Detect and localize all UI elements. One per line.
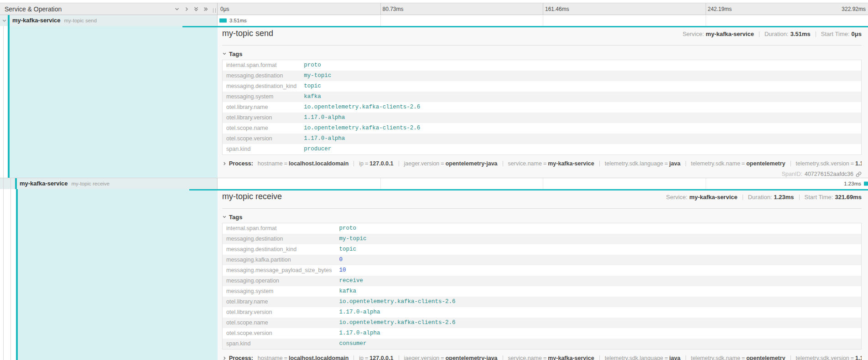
tag-key: messaging.message_payload_size_bytes xyxy=(223,265,336,276)
process-value: opentelemetry-java xyxy=(446,355,498,360)
chevron-down-icon[interactable] xyxy=(1,15,7,26)
process-key: telemetry.sdk.name xyxy=(691,160,740,167)
tag-key: otel.library.version xyxy=(223,307,336,318)
selected-span-accent xyxy=(8,26,218,178)
tag-row: messaging.system kafka xyxy=(223,286,862,297)
span-row-receive[interactable]: my-kafka-service my-topic receive 1.23ms xyxy=(0,178,868,189)
separator xyxy=(686,161,686,166)
tag-key: otel.library.name xyxy=(223,297,336,307)
axis-tick: 80.73ms xyxy=(383,6,404,12)
span-name-cell[interactable]: my-kafka-service my-topic send xyxy=(0,15,218,26)
equals-sign: = xyxy=(665,355,668,360)
indent-guide xyxy=(4,178,11,189)
tag-value: consumer xyxy=(335,339,861,350)
double-chevron-right-icon[interactable] xyxy=(203,6,209,12)
tag-key: span.kind xyxy=(223,339,336,350)
time-axis[interactable]: 0μs 80.73ms 161.46ms 242.19ms 322.92ms xyxy=(218,3,868,15)
separator xyxy=(353,161,354,166)
separator xyxy=(816,31,816,37)
tag-value: io.opentelemetry.kafka-clients-2.6 xyxy=(300,123,861,134)
separator xyxy=(599,355,600,360)
tag-key: messaging.operation xyxy=(223,276,336,286)
detail-accent-border xyxy=(182,26,868,27)
indent-guide xyxy=(0,26,4,178)
process-accordion-header[interactable]: Process: hostname=localhost.localdomaini… xyxy=(222,353,862,360)
tag-key: otel.scope.version xyxy=(223,134,301,144)
equals-sign: = xyxy=(742,160,745,167)
process-value: my-kafka-service xyxy=(548,355,594,360)
timeline-header: Service & Operation 0μs xyxy=(0,3,868,15)
chevron-down-icon xyxy=(222,51,227,56)
tags-accordion-header[interactable]: Tags xyxy=(222,212,862,222)
meta-label: Duration: xyxy=(764,31,789,37)
tag-value: io.opentelemetry.kafka-clients-2.6 xyxy=(335,318,861,328)
equals-sign: = xyxy=(365,355,368,360)
meta-value: 321.69ms xyxy=(835,194,862,201)
separator xyxy=(353,355,354,360)
span-id-value: 407276152aafdc36 xyxy=(805,171,853,177)
tag-value: 1.17.0-alpha xyxy=(300,134,861,144)
axis-tick: 322.92ms xyxy=(842,6,866,12)
chevron-right-icon[interactable] xyxy=(183,6,190,12)
tag-value: proto xyxy=(300,60,861,71)
tag-key: messaging.destination xyxy=(223,234,336,244)
equals-sign: = xyxy=(441,355,444,360)
tag-row: otel.scope.name io.opentelemetry.kafka-c… xyxy=(223,318,862,328)
span-duration-label: 1.23ms xyxy=(844,181,861,186)
process-pairs: hostname=localhost.localdomainip=127.0.0… xyxy=(258,160,862,167)
chevron-down-icon[interactable] xyxy=(174,6,180,12)
tag-value: kafka xyxy=(335,286,861,297)
indent-spacer xyxy=(11,189,16,360)
double-chevron-down-icon[interactable] xyxy=(193,6,199,12)
tag-value: topic xyxy=(300,81,861,92)
collapse-controls xyxy=(174,6,209,12)
equals-sign: = xyxy=(543,355,546,360)
meta-label: Duration: xyxy=(748,194,772,201)
tag-row: otel.scope.version 1.17.0-alpha xyxy=(223,134,862,144)
separator xyxy=(686,355,686,360)
process-accordion-header[interactable]: Process: hostname=localhost.localdomaini… xyxy=(222,159,862,169)
deep-link-icon[interactable] xyxy=(856,171,862,177)
separator xyxy=(599,161,600,166)
meta-value: my-kafka-service xyxy=(689,194,738,201)
tag-value: my-topic xyxy=(300,71,861,81)
process-label: Process: xyxy=(229,355,253,360)
tags-label: Tags xyxy=(229,214,242,221)
span-name-cell[interactable]: my-kafka-service my-topic receive xyxy=(0,178,218,189)
span-timeline-cell[interactable]: 3.51ms xyxy=(218,15,868,26)
axis-tick: 0μs xyxy=(220,6,229,12)
span-duration-bar[interactable] xyxy=(864,182,868,186)
tag-key: otel.scope.version xyxy=(223,328,336,339)
span-row-send[interactable]: my-kafka-service my-topic send 3.51ms xyxy=(0,15,868,26)
process-key: service.name xyxy=(508,355,542,360)
separator xyxy=(790,355,791,360)
process-key: service.name xyxy=(508,160,542,167)
equals-sign: = xyxy=(441,160,444,167)
tag-key: messaging.destination xyxy=(223,71,301,81)
process-pairs: hostname=localhost.localdomainip=127.0.0… xyxy=(258,355,862,360)
detail-meta: Service: my-kafka-service Duration: 3.51… xyxy=(682,31,862,37)
tag-row: messaging.kafka.partition 0 xyxy=(223,255,862,265)
tag-value: topic xyxy=(335,244,861,255)
tags-accordion-header[interactable]: Tags xyxy=(222,49,862,59)
meta-value: my-kafka-service xyxy=(706,31,754,37)
tag-value: io.opentelemetry.kafka-clients-2.6 xyxy=(300,102,861,113)
tag-value: proto xyxy=(335,223,861,234)
equals-sign: = xyxy=(284,160,287,167)
divider xyxy=(222,45,862,46)
service-operation-header: Service & Operation xyxy=(0,3,218,15)
process-key: telemetry.sdk.version xyxy=(796,355,849,360)
column-resizer-grip[interactable] xyxy=(213,8,216,13)
process-value: 127.0.0.1 xyxy=(369,160,393,167)
span-duration-bar[interactable] xyxy=(219,19,227,23)
tag-row: span.kind producer xyxy=(223,144,862,155)
tag-key: otel.scope.name xyxy=(223,123,301,134)
tag-value: 1.17.0-alpha xyxy=(335,328,861,339)
operation-name: my-topic receive xyxy=(72,181,110,186)
tag-row: messaging.system kafka xyxy=(223,92,862,102)
process-key: hostname xyxy=(258,355,283,360)
equals-sign: = xyxy=(543,160,546,167)
separator xyxy=(399,355,399,360)
indent-guide xyxy=(0,178,4,189)
span-timeline-cell[interactable]: 1.23ms xyxy=(218,178,868,189)
